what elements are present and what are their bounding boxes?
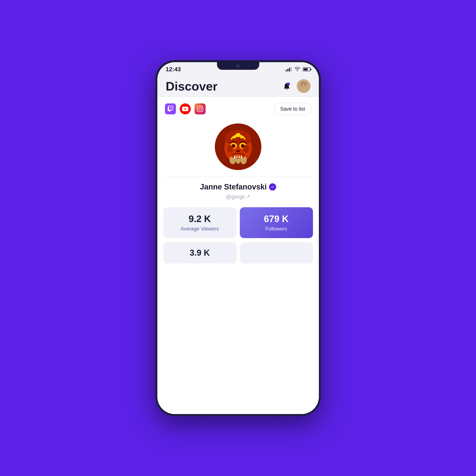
notification-button[interactable] — [281, 80, 293, 92]
svg-rect-10 — [236, 133, 240, 137]
third-stat-value: 3.9 K — [190, 248, 210, 257]
followers-label: Followers — [265, 226, 287, 232]
monster-avatar-svg — [215, 123, 261, 170]
svg-point-6 — [304, 85, 305, 86]
average-viewers-card: 9.2 K Average Viewers — [163, 207, 237, 238]
platform-actions-row: Save to list — [157, 97, 319, 119]
third-stat-card: 3.9 K — [163, 242, 237, 263]
external-link-icon[interactable]: ↗ — [246, 194, 250, 199]
profile-avatar — [215, 123, 261, 170]
phone-notch — [217, 62, 259, 70]
profile-name-section: Janne Stefanovski @gorgc ↗ — [157, 177, 319, 202]
followers-value: 679 K — [264, 214, 289, 224]
svg-point-23 — [243, 145, 249, 153]
bell-icon — [283, 82, 291, 90]
profile-avatar-container — [157, 119, 319, 176]
header-actions — [281, 79, 310, 93]
svg-point-0 — [287, 83, 290, 85]
front-camera — [237, 65, 239, 68]
svg-rect-12 — [240, 136, 243, 138]
youtube-button[interactable] — [180, 103, 191, 114]
followers-card: 679 K Followers — [240, 207, 313, 238]
profile-name-row: Janne Stefanovski — [165, 183, 311, 191]
page-title: Discover — [166, 79, 218, 93]
stats-grid: 9.2 K Average Viewers 679 K Followers — [157, 202, 319, 242]
profile-handle-text: @gorgc — [226, 193, 245, 200]
battery-icon — [303, 68, 310, 71]
user-avatar-image — [297, 79, 310, 93]
status-time: 12:43 — [166, 66, 181, 73]
phone-frame: 12:43 — [156, 60, 321, 416]
social-platforms — [165, 103, 205, 114]
phone-mockup: 12:43 — [156, 60, 321, 416]
user-avatar-button[interactable] — [297, 79, 310, 93]
wifi-icon — [294, 67, 300, 72]
svg-rect-11 — [233, 136, 236, 138]
twitch-button[interactable] — [165, 103, 176, 114]
app-content: Discover — [157, 75, 319, 414]
svg-point-21 — [238, 150, 240, 152]
svg-point-20 — [236, 150, 238, 152]
instagram-button[interactable] — [195, 103, 205, 114]
save-to-list-button[interactable]: Save to list — [274, 103, 311, 115]
verified-badge — [269, 183, 276, 190]
average-viewers-value: 9.2 K — [189, 214, 211, 224]
fourth-stat-card — [240, 242, 313, 263]
svg-point-5 — [302, 85, 303, 86]
svg-point-9 — [225, 130, 251, 147]
app-header: Discover — [157, 75, 319, 97]
svg-point-22 — [227, 145, 233, 153]
svg-rect-4 — [301, 89, 307, 93]
bottom-stats-row: 3.9 K — [157, 242, 319, 268]
profile-name-text: Janne Stefanovski — [200, 183, 267, 191]
status-icons — [286, 67, 310, 72]
profile-card: Save to list — [157, 97, 319, 414]
profile-handle-row: @gorgc ↗ — [165, 193, 311, 200]
average-viewers-label: Average Viewers — [181, 226, 219, 232]
signal-icon — [286, 67, 292, 71]
